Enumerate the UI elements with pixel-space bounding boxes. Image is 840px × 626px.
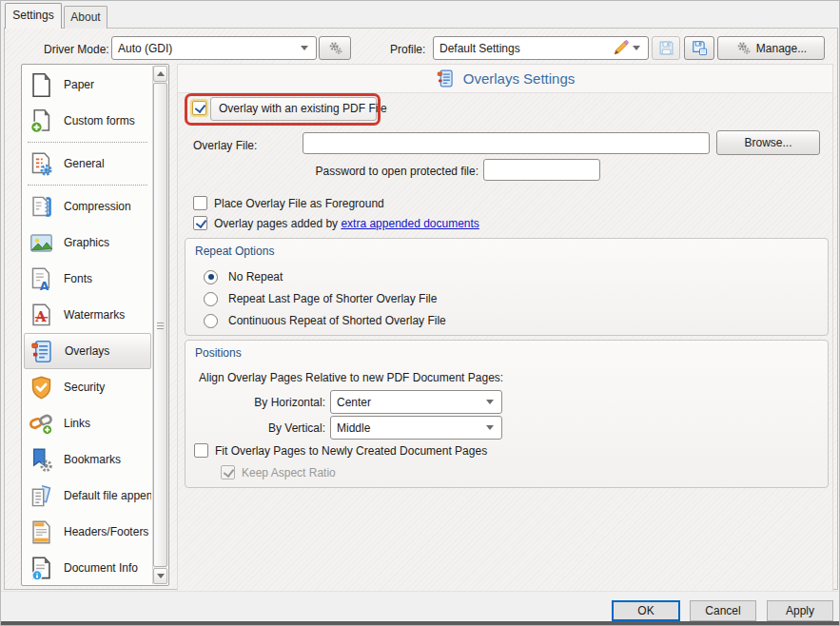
overlay-file-input[interactable] [303,132,710,154]
save-icon [658,40,674,56]
overlays-settings-panel: Overlays Settings Overlay with an existi… [177,64,833,592]
driver-mode-combobox[interactable]: Auto (GDI) [111,36,317,60]
radio-label[interactable]: Continuous Repeat of Shorted Overlay Fil… [228,314,446,327]
sidebar-item-bookmarks[interactable]: Bookmarks [24,441,151,478]
save-profile-button[interactable] [652,36,680,60]
sidebar-scrollbar[interactable] [152,66,167,584]
chevron-down-icon [486,400,494,404]
watermarks-icon: A [29,303,54,328]
vertical-align-value: Middle [337,421,482,435]
sidebar-item-security[interactable]: Security [24,369,151,405]
sidebar-item-links[interactable]: Links [24,405,151,441]
fonts-icon: A [29,266,54,292]
sidebar-item-fonts[interactable]: AFonts [24,261,151,297]
triangle-up-icon [157,71,165,76]
radio-icon [204,270,218,284]
radio-label[interactable]: No Repeat [228,270,283,284]
general-icon [29,151,54,177]
overlay-pages-added-label: Overlay pages added by extra appended do… [214,216,479,231]
profile-combobox[interactable]: Default Settings [433,36,649,60]
scroll-up-button[interactable] [153,66,167,82]
overlay-enable-label-frame[interactable]: Overlay with an existing PDF File [210,97,377,121]
radio-label[interactable]: Repeat Last Page of Shorter Overlay File [228,292,437,305]
radio-icon [204,292,218,306]
sidebar-item-label: Overlays [65,344,109,358]
sidebar-item-headers-footers[interactable]: Headers/Footers [24,514,151,550]
password-label: Password to open protected file: [210,164,479,179]
tab-settings[interactable]: Settings [5,3,62,29]
document-info-icon [29,556,54,581]
sidebar-item-default-file-append[interactable]: Default file append [24,478,151,514]
overlay-enable-checkbox[interactable] [192,101,206,115]
sidebar-item-label: Links [64,417,90,430]
sidebar-item-label: Watermarks [64,308,125,322]
svg-text:A: A [40,279,49,291]
radio-option-no-repeat[interactable]: No Repeat [204,268,283,285]
sidebar-item-label: Security [64,381,105,394]
browse-button-label: Browse... [744,136,791,149]
sidebar-item-label: Document Info [64,561,138,575]
chevron-down-icon [486,425,494,430]
repeat-options-group: Repeat Options No Repeat Repeat Last Pag… [185,238,829,336]
manage-profiles-button[interactable]: Manage... [717,36,825,60]
overlays-icon [436,68,456,88]
edit-profile-pencil-icon[interactable] [613,40,629,56]
apply-button[interactable]: Apply [767,600,833,621]
extra-appended-documents-link[interactable]: extra appended documents [341,217,479,230]
triangle-down-icon [157,574,165,578]
tab-about[interactable]: About [64,6,107,29]
ok-button[interactable]: OK [612,600,680,621]
driver-mode-value: Auto (GDI) [118,42,297,55]
sidebar-item-general[interactable]: General [24,146,151,182]
by-vertical-label: By Vertical: [199,421,325,436]
browse-button[interactable]: Browse... [716,130,820,155]
sidebar-item-custom-forms[interactable]: Custom forms [24,103,151,139]
scrollbar-thumb[interactable] [153,83,167,567]
radio-option-repeat-last-page[interactable]: Repeat Last Page of Shorter Overlay File [204,290,437,307]
repeat-options-title: Repeat Options [195,245,274,258]
custom-forms-icon [29,108,54,134]
chevron-down-icon [301,46,308,50]
headers-footers-icon [29,519,54,545]
overlays-icon [29,339,55,364]
sidebar-divider [24,182,151,188]
sidebar-item-document-info[interactable]: Document Info [24,550,151,583]
chevron-down-icon [633,46,640,50]
sidebar-item-graphics[interactable]: Graphics [24,225,151,261]
place-foreground-checkbox[interactable] [193,196,207,210]
gears-icon [735,40,752,56]
sidebar-item-paper[interactable]: Paper [24,67,151,103]
overlay-file-label: Overlay File: [193,138,257,153]
driver-mode-label: Driver Mode: [44,42,109,57]
sidebar-item-overlays[interactable]: Overlays [24,333,151,369]
horizontal-align-combobox[interactable]: Center [330,390,502,414]
driver-mode-options-button[interactable] [319,36,351,60]
fit-overlay-pages-label[interactable]: Fit Overlay Pages to Newly Created Docum… [215,443,487,459]
sidebar-item-compression[interactable]: Compression [24,188,151,225]
cancel-button[interactable]: Cancel [690,600,756,621]
sidebar-item-watermarks[interactable]: AWatermarks [24,297,151,333]
radio-option-continuous-repeat[interactable]: Continuous Repeat of Shorted Overlay Fil… [204,312,446,329]
password-input[interactable] [483,159,600,181]
scroll-down-button[interactable] [153,568,167,584]
security-icon [29,375,54,401]
manage-button-label: Manage... [756,42,807,55]
save-as-icon [692,40,708,56]
sidebar-item-label: Paper [64,78,94,91]
dialog-footer: OK Cancel Apply [1,591,840,621]
bookmarks-icon [29,447,54,473]
sidebar-item-label: Compression [64,200,131,213]
graphics-icon [29,230,54,256]
overlay-pages-added-checkbox[interactable] [193,216,207,230]
fit-overlay-pages-checkbox[interactable] [194,443,208,458]
category-list: PaperCustom formsGeneralCompressionGraph… [21,64,169,586]
panel-header: Overlays Settings [178,65,832,93]
vertical-align-combobox[interactable]: Middle [330,416,502,440]
sidebar-item-label: Headers/Footers [64,525,148,538]
settings-tab-page: Driver Mode: Auto (GDI) Profile: Default… [4,28,838,590]
compression-icon [29,194,54,220]
page-title: Overlays Settings [463,70,576,87]
place-foreground-label[interactable]: Place Overlay File as Foreground [214,196,384,211]
save-profile-as-button[interactable] [684,36,714,60]
positions-group: Positions Align Overlay Pages Relative t… [185,340,829,488]
